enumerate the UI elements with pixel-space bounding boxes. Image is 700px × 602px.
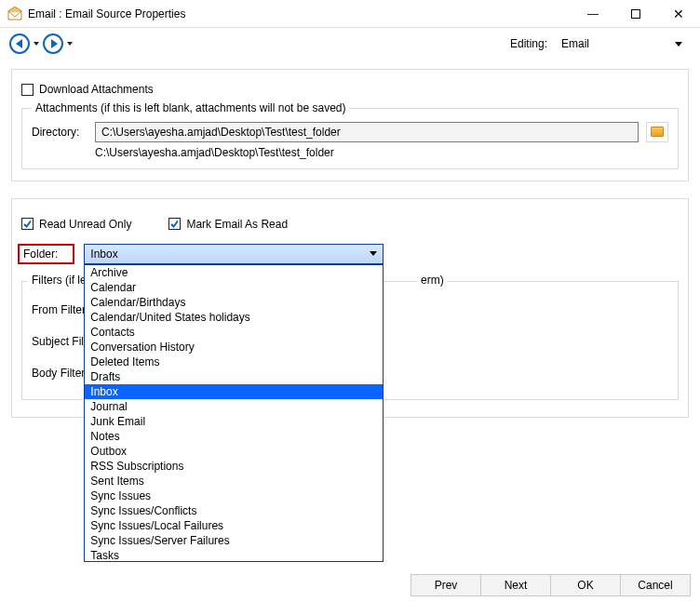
folder-option[interactable]: Sync Issues/Conflicts [85, 503, 383, 518]
close-button[interactable]: ✕ [657, 0, 700, 28]
read-unread-only-label: Read Unread Only [39, 218, 131, 231]
filters-legend-right: erm) [417, 274, 448, 287]
app-icon [7, 7, 22, 21]
chevron-down-icon [370, 251, 377, 256]
minimize-button[interactable]: — [572, 0, 614, 28]
folder-option[interactable]: Sync Issues/Local Failures [85, 518, 383, 533]
directory-label: Directory: [32, 126, 88, 139]
folder-select[interactable]: Inbox ArchiveCalendarCalendar/BirthdaysC… [84, 244, 384, 264]
folder-option[interactable]: Journal [85, 399, 383, 414]
cancel-button[interactable]: Cancel [620, 574, 691, 596]
folder-option[interactable]: Conversation History [85, 340, 383, 355]
folder-selected-value: Inbox [90, 247, 117, 261]
download-attachments-label: Download Attachments [39, 83, 154, 96]
folder-option[interactable]: Notes [85, 429, 383, 444]
mark-as-read-checkbox[interactable]: Mark Email As Read [168, 218, 288, 231]
options-group: Read Unread Only Mark Email As Read Fold… [11, 198, 689, 418]
folder-option[interactable]: Inbox [85, 384, 383, 399]
checkbox-icon [21, 218, 34, 230]
folder-option[interactable]: Outbox [85, 444, 383, 459]
maximize-button[interactable] [614, 0, 657, 28]
folder-icon [651, 127, 664, 137]
folder-option[interactable]: Archive [85, 265, 383, 280]
read-unread-only-checkbox[interactable]: Read Unread Only [21, 218, 131, 231]
attachments-legend: Attachments (if this is left blank, atta… [32, 101, 349, 114]
folder-option[interactable]: Sync Issues/Server Failures [85, 533, 383, 548]
toolbar: Editing: Email [0, 28, 700, 60]
window-title: Email : Email Source Properties [28, 7, 572, 20]
attachments-fieldset: Attachments (if this is left blank, atta… [21, 108, 679, 169]
folder-option[interactable]: Calendar [85, 280, 383, 295]
chevron-down-icon [675, 42, 682, 47]
footer-buttons: Prev Next OK Cancel [411, 574, 691, 596]
editing-value: Email [561, 37, 589, 50]
folder-option[interactable]: Sent Items [85, 474, 383, 488]
checkbox-icon [21, 84, 34, 96]
folder-option[interactable]: Contacts [85, 325, 383, 340]
directory-input[interactable] [95, 122, 639, 142]
folder-option[interactable]: RSS Subscriptions [85, 459, 383, 474]
directory-echo: C:\Users\ayesha.amjad\Desktop\Test\test_… [95, 146, 668, 159]
folder-option[interactable]: Sync Issues [85, 488, 383, 503]
attachments-group: Download Attachments Attachments (if thi… [11, 69, 689, 181]
content: Download Attachments Attachments (if thi… [0, 60, 700, 427]
download-attachments-checkbox[interactable]: Download Attachments [21, 83, 154, 96]
back-button[interactable] [9, 33, 39, 54]
editing-dropdown[interactable]: Email [553, 34, 691, 53]
folder-label: Folder: [18, 244, 74, 264]
ok-button[interactable]: OK [550, 574, 621, 596]
editing-label: Editing: [510, 37, 547, 50]
chevron-down-icon [67, 42, 73, 46]
folder-option[interactable]: Tasks [85, 548, 383, 562]
titlebar: Email : Email Source Properties — ✕ [0, 0, 700, 28]
folder-option[interactable]: Junk Email [85, 414, 383, 429]
checkbox-icon [168, 218, 181, 230]
folder-dropdown-list[interactable]: ArchiveCalendarCalendar/BirthdaysCalenda… [84, 264, 384, 562]
chevron-down-icon [34, 42, 39, 46]
folder-option[interactable]: Calendar/United States holidays [85, 310, 383, 325]
forward-button[interactable] [43, 33, 73, 54]
folder-option[interactable]: Deleted Items [85, 355, 383, 369]
folder-option[interactable]: Calendar/Birthdays [85, 295, 383, 310]
mark-as-read-label: Mark Email As Read [186, 218, 288, 231]
browse-button[interactable] [646, 122, 668, 142]
next-button[interactable]: Next [480, 574, 551, 596]
folder-option[interactable]: Drafts [85, 369, 383, 384]
prev-button[interactable]: Prev [411, 574, 481, 596]
